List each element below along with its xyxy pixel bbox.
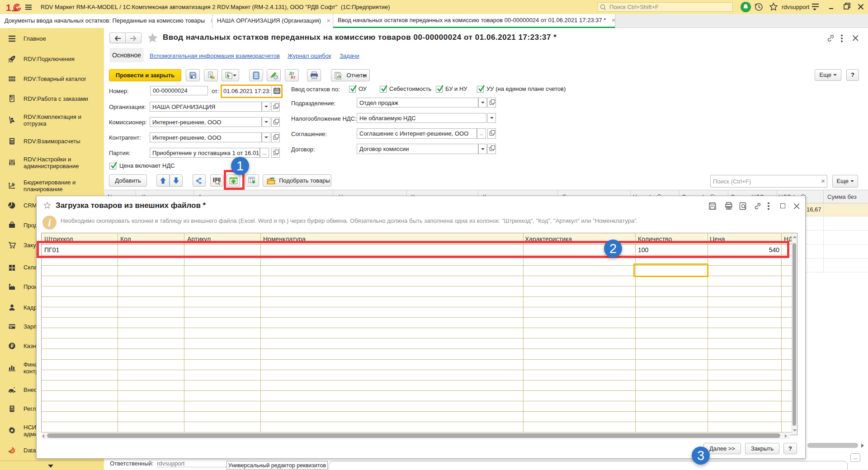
svg-text:м: м bbox=[9, 450, 11, 453]
svg-text:₽: ₽ bbox=[10, 343, 14, 348]
svg-text:Р: Р bbox=[13, 183, 14, 185]
svg-text:i: i bbox=[48, 217, 51, 229]
svg-text:1: 1 bbox=[6, 2, 11, 13]
